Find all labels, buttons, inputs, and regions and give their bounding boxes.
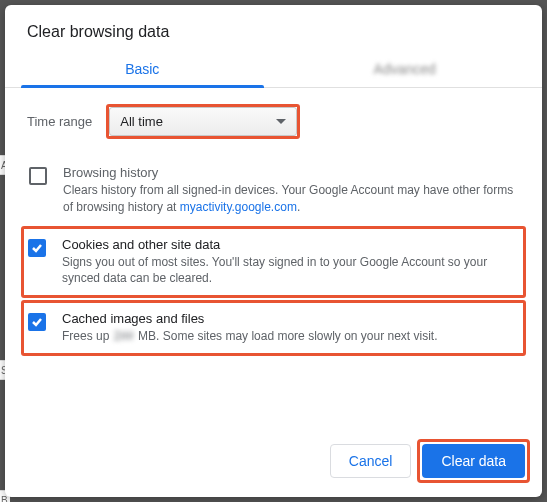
checkbox-browsing-history[interactable] bbox=[29, 167, 47, 185]
item-title: Cookies and other site data bbox=[62, 237, 519, 252]
tabs: Basic Advanced bbox=[5, 55, 542, 88]
dialog-content: Time range All time Browsing history Cle… bbox=[5, 88, 542, 425]
time-range-label: Time range bbox=[27, 114, 92, 129]
dialog-title: Clear browsing data bbox=[5, 5, 542, 55]
item-desc: Frees up 2## MB. Some sites may load mor… bbox=[62, 328, 438, 345]
checkbox-cached[interactable] bbox=[28, 313, 46, 331]
items-list: Browsing history Clears history from all… bbox=[27, 157, 520, 356]
item-browsing-history: Browsing history Clears history from all… bbox=[27, 157, 520, 224]
item-title: Cached images and files bbox=[62, 311, 438, 326]
time-range-highlight: All time bbox=[106, 104, 300, 139]
item-desc: Clears history from all signed-in device… bbox=[63, 182, 518, 216]
chevron-down-icon bbox=[276, 119, 286, 124]
clear-data-button[interactable]: Clear data bbox=[422, 444, 525, 478]
time-range-value: All time bbox=[120, 114, 163, 129]
myactivity-link[interactable]: myactivity.google.com bbox=[180, 200, 297, 214]
clear-button-highlight: Clear data bbox=[417, 439, 530, 483]
item-desc: Signs you out of most sites. You'll stay… bbox=[62, 254, 519, 288]
item-cached: Cached images and files Frees up 2## MB.… bbox=[21, 300, 526, 356]
item-cookies: Cookies and other site data Signs you ou… bbox=[21, 226, 526, 299]
time-range-row: Time range All time bbox=[27, 104, 520, 139]
tab-basic[interactable]: Basic bbox=[11, 55, 274, 87]
tab-advanced[interactable]: Advanced bbox=[274, 55, 537, 87]
dialog-footer: Cancel Clear data bbox=[5, 425, 542, 497]
checkbox-cookies[interactable] bbox=[28, 239, 46, 257]
time-range-select[interactable]: All time bbox=[109, 107, 297, 136]
cancel-button[interactable]: Cancel bbox=[330, 444, 412, 478]
item-title: Browsing history bbox=[63, 165, 518, 180]
clear-browsing-data-dialog: Clear browsing data Basic Advanced Time … bbox=[5, 5, 542, 497]
